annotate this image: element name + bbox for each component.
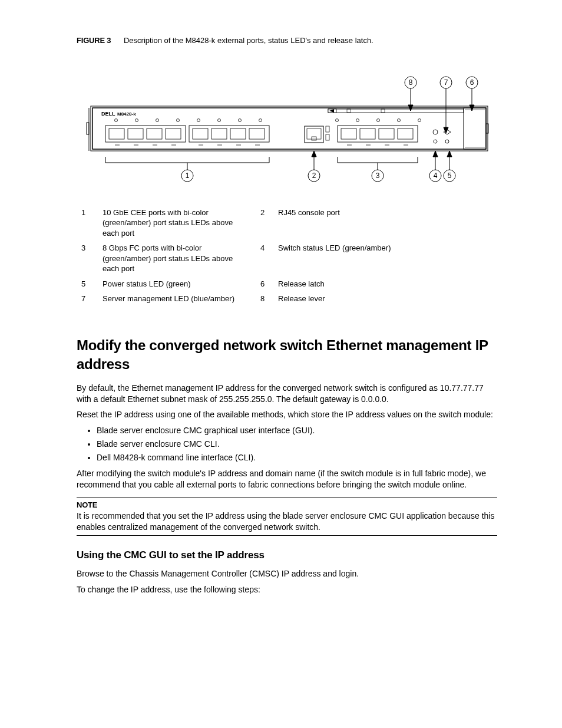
svg-rect-23 [464, 108, 486, 149]
legend-text: RJ45 console port [278, 207, 497, 239]
legend-row: 110 GbE CEE ports with bi-color (green/a… [77, 205, 497, 241]
svg-text:2: 2 [312, 172, 316, 180]
svg-marker-80 [312, 151, 316, 157]
note-block: NOTE It is recommended that you set the … [77, 498, 497, 536]
legend-number: 4 [260, 243, 278, 274]
svg-rect-44 [147, 129, 162, 139]
svg-marker-91 [447, 151, 452, 157]
legend-text: Release latch [278, 279, 497, 289]
legend-number: 2 [260, 207, 278, 239]
svg-point-29 [156, 118, 159, 121]
svg-rect-45 [166, 129, 181, 139]
figure-legend: 110 GbE CEE ports with bi-color (green/a… [77, 205, 497, 307]
svg-rect-22 [381, 109, 385, 113]
svg-point-27 [115, 118, 118, 121]
body-paragraph: Reset the IP address using one of the av… [77, 409, 497, 420]
svg-rect-42 [109, 129, 124, 139]
legend-row: 7Server management LED (blue/amber)8Rele… [77, 291, 497, 307]
svg-text:3: 3 [376, 172, 380, 180]
legend-number: 3 [77, 243, 103, 274]
svg-text:M8428-k: M8428-k [117, 111, 136, 117]
svg-point-36 [356, 118, 359, 121]
hardware-diagram: 8 7 6 DELL M8428-k [81, 75, 493, 193]
svg-rect-15 [87, 123, 89, 134]
svg-point-28 [135, 118, 138, 121]
legend-row: 38 Gbps FC ports with bi-color (green/am… [77, 241, 497, 276]
svg-point-38 [398, 118, 401, 121]
svg-point-75 [445, 140, 449, 143]
svg-point-34 [259, 118, 262, 121]
svg-text:6: 6 [470, 78, 474, 87]
figure-label: FIGURE 3 [77, 36, 111, 45]
legend-number: 5 [77, 279, 103, 289]
list-item: Blade server enclosure CMC graphical use… [97, 425, 497, 436]
svg-point-31 [197, 118, 200, 121]
svg-text:DELL: DELL [101, 111, 115, 117]
list-item: Blade server enclosure CMC CLI. [97, 439, 497, 450]
svg-rect-47 [211, 129, 227, 139]
svg-text:1: 1 [186, 172, 190, 180]
section-heading: Modify the converged network switch Ethe… [77, 336, 497, 374]
svg-point-72 [433, 130, 438, 134]
list-item: Dell M8428-k command line interface (CLI… [97, 452, 497, 463]
svg-rect-62 [326, 134, 329, 140]
svg-rect-21 [347, 109, 351, 113]
svg-rect-49 [249, 129, 265, 139]
svg-point-33 [239, 118, 242, 121]
body-paragraph: By default, the Ethernet management IP a… [77, 383, 497, 405]
divider [77, 535, 497, 536]
svg-text:4: 4 [434, 172, 438, 180]
legend-text: 8 Gbps FC ports with bi-color (green/amb… [103, 243, 260, 274]
note-label: NOTE [77, 500, 497, 510]
legend-text: Server management LED (blue/amber) [103, 294, 260, 304]
legend-number: 6 [260, 279, 278, 289]
legend-number: 7 [77, 294, 103, 304]
svg-point-35 [336, 118, 339, 121]
legend-text: Switch status LED (green/amber) [278, 243, 497, 274]
svg-rect-61 [326, 126, 329, 132]
svg-rect-46 [193, 129, 208, 139]
svg-point-37 [377, 118, 380, 121]
svg-point-39 [418, 118, 421, 121]
note-text: It is recommended that you set the IP ad… [77, 510, 497, 533]
body-paragraph: Browse to the Chassis Management Control… [77, 568, 497, 579]
legend-text: 10 GbE CEE ports with bi-color (green/am… [103, 207, 260, 239]
svg-rect-66 [379, 129, 394, 139]
divider [77, 498, 497, 498]
svg-rect-18 [328, 109, 464, 113]
body-paragraph: After modifying the switch module's IP a… [77, 468, 497, 490]
svg-rect-48 [230, 129, 246, 139]
legend-text: Release lever [278, 294, 497, 304]
svg-text:5: 5 [448, 172, 452, 180]
legend-number: 1 [77, 207, 103, 239]
figure-caption: FIGURE 3 Description of the M8428-k exte… [77, 35, 497, 46]
legend-text: Power status LED (green) [103, 279, 260, 289]
bullet-list: Blade server enclosure CMC graphical use… [77, 425, 497, 463]
subsection-heading: Using the CMC GUI to set the IP address [77, 549, 497, 562]
svg-rect-64 [341, 129, 356, 139]
figure-caption-text: Description of the M8428-k external port… [124, 36, 373, 45]
svg-rect-65 [360, 129, 375, 139]
legend-number: 8 [260, 294, 278, 304]
svg-rect-43 [128, 129, 143, 139]
svg-point-32 [218, 118, 221, 121]
svg-text:8: 8 [409, 78, 413, 87]
svg-point-74 [434, 140, 437, 143]
legend-row: 5Power status LED (green)6Release latch [77, 276, 497, 292]
body-paragraph: To change the IP address, use the follow… [77, 584, 497, 595]
svg-point-30 [177, 118, 180, 121]
svg-rect-67 [398, 129, 413, 139]
svg-text:7: 7 [444, 78, 448, 87]
svg-marker-87 [433, 151, 438, 157]
